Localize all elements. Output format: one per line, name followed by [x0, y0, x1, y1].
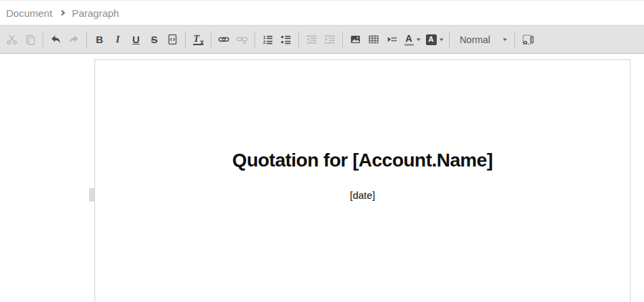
toolbar-separator [342, 31, 343, 48]
toolbar-separator [185, 31, 186, 48]
broken-chain-icon [236, 34, 248, 45]
undo-button[interactable] [47, 30, 65, 50]
triangle-dashes-icon [386, 34, 398, 45]
copy-pages-icon [24, 34, 36, 45]
background-color-icon: A [426, 34, 437, 45]
redo-button [65, 30, 83, 50]
picture-icon [350, 34, 361, 45]
toolbar-separator [514, 31, 515, 48]
dotted-box-icon [522, 34, 534, 46]
italic-button[interactable]: I [109, 30, 127, 50]
remove-format-button[interactable]: Tx [189, 30, 207, 50]
text-color-button[interactable]: A [401, 30, 423, 50]
unlink-button [233, 30, 251, 50]
scissors-icon [6, 34, 18, 45]
insert-table-button[interactable] [365, 30, 383, 50]
toolbar-separator [86, 31, 87, 48]
document-date-placeholder[interactable]: [date] [95, 189, 630, 201]
indent-button [321, 30, 339, 50]
form-field-button[interactable] [518, 30, 537, 50]
redo-arrow-icon [68, 34, 80, 45]
toolbar-separator [449, 31, 450, 48]
link-button[interactable] [215, 30, 233, 50]
unordered-list-icon [280, 34, 292, 45]
svg-text:1: 1 [263, 35, 266, 40]
numbered-list-button[interactable]: 1 2 [259, 30, 277, 50]
chevron-down-icon [439, 38, 444, 41]
chevron-down-icon [417, 38, 421, 41]
strikethrough-icon: S [151, 34, 157, 44]
breadcrumb-item-paragraph[interactable]: Paragraph [72, 7, 119, 19]
breadcrumb-item-document[interactable]: Document [6, 7, 52, 19]
italic-icon: I [116, 34, 120, 44]
page-code-icon [167, 34, 178, 45]
undo-arrow-icon [50, 34, 61, 45]
bulleted-list-button[interactable] [277, 30, 295, 50]
table-grid-icon [368, 34, 379, 45]
toolbar-separator [211, 31, 211, 48]
chevron-right-icon [59, 10, 65, 16]
toolbar-separator [298, 31, 299, 48]
toolbar-separator [254, 31, 255, 48]
breadcrumb: Document Paragraph [0, 0, 644, 25]
toolbar-separator [43, 31, 43, 48]
cut-button [3, 30, 21, 50]
strikethrough-button[interactable]: S [145, 30, 163, 50]
document-page[interactable]: Quotation for [Account.Name] [date] [95, 59, 630, 302]
editor-canvas: Quotation for [Account.Name] [date] [0, 54, 644, 302]
paragraph-format-value: Normal [460, 34, 490, 45]
chain-link-icon [218, 34, 230, 45]
insert-field-button[interactable] [383, 30, 401, 50]
outdent-button [302, 30, 321, 50]
background-color-button[interactable]: A [423, 30, 446, 50]
paragraph-format-dropdown[interactable]: Normal [453, 30, 511, 50]
source-button[interactable] [163, 30, 182, 50]
text-color-icon: A [404, 34, 414, 46]
decrease-indent-icon [306, 34, 317, 45]
underline-button[interactable]: U [127, 30, 145, 50]
drag-handle[interactable] [89, 188, 95, 202]
svg-text:2: 2 [263, 40, 266, 44]
copy-button [21, 30, 39, 50]
remove-format-icon: Tx [193, 34, 203, 45]
bold-icon: B [96, 34, 103, 44]
editor-toolbar: B I U S Tx 1 2 [0, 25, 644, 54]
chevron-down-icon [503, 38, 507, 41]
ordered-list-icon: 1 2 [262, 34, 273, 45]
increase-indent-icon [324, 34, 336, 45]
bold-button[interactable]: B [90, 30, 109, 50]
document-heading[interactable]: Quotation for [Account.Name] [95, 150, 630, 171]
underline-icon: U [132, 34, 140, 44]
insert-image-button[interactable] [346, 30, 365, 50]
